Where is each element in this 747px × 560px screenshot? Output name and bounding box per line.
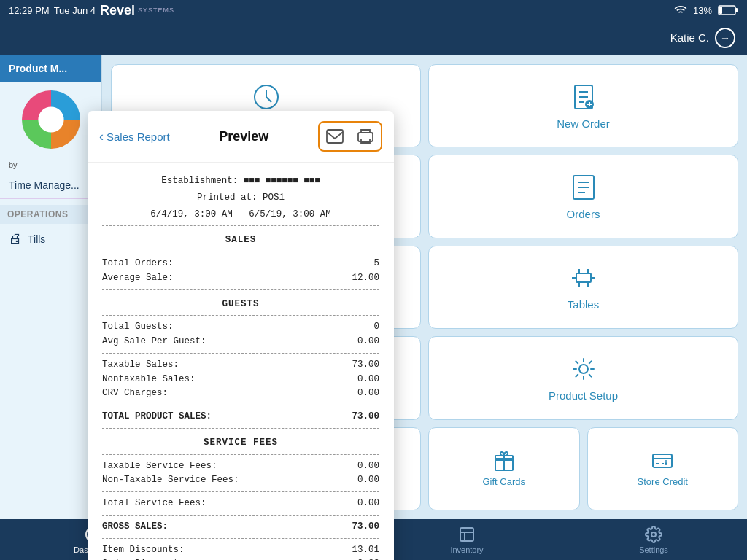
- divider-4: [102, 315, 379, 316]
- store-credit-icon: [651, 450, 673, 472]
- section-guests: GUESTS: [102, 298, 379, 311]
- operations-label: OPERATIONS: [0, 205, 101, 224]
- revel-logo: Revel SYSTEMS: [100, 4, 174, 17]
- back-label: Sales Report: [107, 131, 170, 143]
- nav-inventory[interactable]: Inventory: [374, 526, 560, 554]
- inventory-label: Inventory: [450, 545, 483, 554]
- row-order-discounts: Order Discounts:0.00: [102, 557, 379, 560]
- grid-cell-new-order[interactable]: New Order: [428, 64, 738, 147]
- settings-label: Settings: [639, 545, 668, 554]
- gift-cards-icon: [493, 450, 515, 472]
- battery: 13%: [693, 5, 712, 16]
- status-bar: 12:29 PM Tue Jun 4 Revel SYSTEMS 13%: [0, 0, 747, 20]
- preview-title: Preview: [219, 129, 268, 144]
- wifi-icon: [674, 4, 687, 17]
- sidebar-item-tills[interactable]: 🖨 Tills: [0, 224, 101, 254]
- nav-settings[interactable]: Settings: [560, 526, 747, 554]
- receipt-establishment: Establishment: ■■■ ■■■■■■ ■■■: [102, 174, 379, 188]
- receipt-printed-at: Printed at: POS1: [102, 191, 379, 205]
- orders-icon: [569, 173, 598, 202]
- top-nav: Katie C. →: [0, 20, 747, 55]
- print-icon: [357, 128, 374, 144]
- grid-cell-product-setup[interactable]: Product Setup: [428, 336, 738, 419]
- sidebar-item-time-manage[interactable]: Time Manage...: [0, 172, 101, 199]
- product-setup-label: Product Setup: [549, 389, 618, 402]
- order-icon: [569, 82, 598, 112]
- row-total-service-fees: Total Service Fees:0.00: [102, 497, 379, 510]
- by-label: by: [0, 158, 101, 172]
- email-button[interactable]: [322, 125, 348, 148]
- divider-3: [102, 289, 379, 290]
- divider-7: [102, 428, 379, 429]
- battery-icon: [718, 5, 738, 15]
- row-nontaxable-sales: Nontaxable Sales:0.00: [102, 373, 379, 386]
- print-button[interactable]: [352, 125, 379, 148]
- gift-cards-label: Gift Cards: [482, 476, 525, 487]
- date: Tue Jun 4: [54, 5, 96, 16]
- user-info: Katie C. →: [670, 28, 735, 48]
- divider-5: [102, 353, 379, 354]
- tables-icon: [569, 263, 598, 292]
- svg-rect-5: [327, 130, 343, 143]
- email-icon: [326, 129, 344, 144]
- divider-10: [102, 515, 379, 516]
- preview-actions: [318, 121, 382, 152]
- back-button[interactable]: ‹ Sales Report: [99, 129, 170, 144]
- tills-icon: 🖨: [9, 231, 22, 246]
- row-total-guests: Total Guests:0: [102, 320, 379, 334]
- divider-1: [102, 225, 379, 226]
- main-area: Product M... by Time Manage... OPERATION…: [0, 55, 747, 519]
- tables-label: Tables: [568, 298, 599, 311]
- receipt-date-range: 6/4/19, 3:00 AM – 6/5/19, 3:00 AM: [102, 208, 379, 222]
- status-left: 12:29 PM Tue Jun 4 Revel SYSTEMS: [9, 4, 174, 17]
- tills-label: Tills: [28, 233, 45, 245]
- divider-9: [102, 491, 379, 492]
- back-chevron-icon: ‹: [99, 129, 104, 144]
- divider-11: [102, 538, 379, 539]
- row-average-sale: Average Sale:12.00: [102, 271, 379, 285]
- grid-cell-tables[interactable]: Tables: [428, 246, 738, 329]
- sidebar-header: Product M...: [0, 55, 101, 82]
- orders-label: Orders: [567, 208, 600, 220]
- divider-2: [102, 252, 379, 252]
- svg-rect-2: [735, 8, 738, 12]
- svg-rect-51: [460, 528, 473, 541]
- svg-rect-41: [653, 454, 672, 467]
- svg-rect-1: [719, 7, 722, 14]
- revel-systems-text: SYSTEMS: [138, 7, 174, 14]
- row-gross-sales: GROSS SALES:73.00: [102, 520, 379, 534]
- time-manage-label: Time Manage...: [9, 179, 80, 191]
- new-order-label: New Order: [557, 117, 610, 130]
- row-avg-sale-per-guest: Avg Sale Per Guest:0.00: [102, 335, 379, 349]
- row-total-orders: Total Orders:5: [102, 257, 379, 271]
- svg-rect-6: [358, 133, 373, 141]
- clock-icon: [252, 82, 281, 112]
- store-credit-label: Store Credit: [638, 476, 688, 487]
- divider-8: [102, 454, 379, 455]
- svg-point-32: [579, 365, 588, 373]
- product-setup-icon: [569, 354, 598, 384]
- status-right: 13%: [674, 4, 738, 17]
- section-sales: SALES: [102, 233, 379, 247]
- row-crv-charges: CRV Charges:0.00: [102, 386, 379, 400]
- section-service-fees: SERVICE FEES: [102, 436, 379, 450]
- row-nontaxable-service-fees: Non-Taxable Service Fees:0.00: [102, 473, 379, 487]
- svg-point-4: [38, 106, 63, 132]
- row-item-discounts: Item Discounts:13.01: [102, 543, 379, 557]
- user-name: Katie C.: [670, 31, 709, 44]
- row-total-product-sales: TOTAL PRODUCT SALES:73.00: [102, 410, 379, 424]
- pie-chart: [22, 90, 80, 149]
- logout-button[interactable]: →: [715, 28, 735, 48]
- time: 12:29 PM: [9, 5, 50, 16]
- preview-body[interactable]: Establishment: ■■■ ■■■■■■ ■■■ Printed at…: [88, 163, 394, 560]
- svg-point-44: [665, 462, 667, 465]
- svg-rect-22: [576, 273, 591, 282]
- grid-cell-orders[interactable]: Orders: [428, 155, 738, 238]
- row-taxable-sales: Taxable Sales:73.00: [102, 358, 379, 372]
- grid-cell-gift-cards[interactable]: Gift Cards: [428, 427, 580, 510]
- sidebar: Product M... by Time Manage... OPERATION…: [0, 55, 102, 519]
- grid-cell-store-credit[interactable]: Store Credit: [587, 427, 739, 510]
- chart-area: [0, 82, 101, 158]
- settings-icon: [645, 526, 662, 543]
- row-taxable-service-fees: Taxable Service Fees:0.00: [102, 459, 379, 473]
